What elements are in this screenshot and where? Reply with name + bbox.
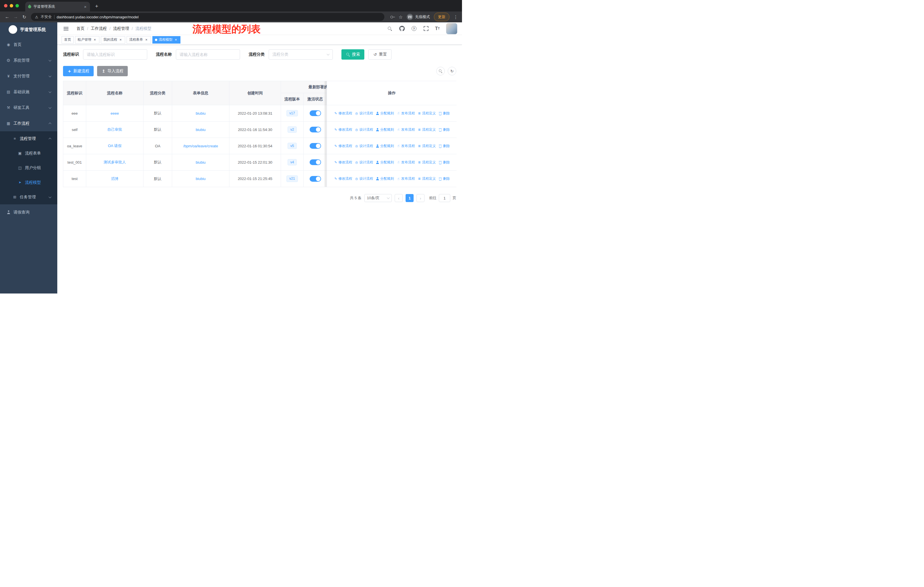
active-toggle[interactable] [310, 159, 321, 165]
sidebar-item-payment[interactable]: 支付管理 [0, 68, 57, 84]
process-name-link[interactable]: eeee [111, 111, 119, 116]
category-select[interactable]: 流程分类 [269, 49, 333, 60]
process-id-input[interactable] [83, 49, 147, 60]
version-badge[interactable]: v17 [286, 110, 298, 116]
address-bar[interactable]: ⚠ 不安全 dashboard.yudao.iocoder.cn/bpm/man… [31, 13, 384, 21]
action-assign-link[interactable]: 分配规则 [376, 160, 394, 165]
breadcrumb-item[interactable]: 流程管理 [113, 26, 129, 31]
tab-close-icon[interactable]: × [83, 4, 87, 10]
github-icon[interactable] [399, 26, 405, 31]
action-delete-link[interactable]: 删除 [439, 160, 450, 165]
fullscreen-icon[interactable] [423, 26, 429, 31]
close-window-button[interactable] [4, 4, 7, 7]
action-definition-link[interactable]: 流程定义 [417, 127, 436, 132]
sidebar-item-home[interactable]: 首页 [0, 37, 57, 53]
back-button[interactable]: ← [3, 14, 12, 20]
form-link[interactable]: biubiu [196, 111, 206, 116]
action-assign-link[interactable]: 分配规则 [376, 127, 394, 132]
form-link[interactable]: biubiu [196, 127, 206, 132]
action-modify-link[interactable]: 修改流程 [334, 144, 352, 149]
active-toggle[interactable] [310, 127, 321, 132]
bookmark-star-icon[interactable]: ☆ [399, 14, 403, 20]
tab-process-form[interactable]: 流程表单× [127, 36, 151, 43]
action-publish-link[interactable]: 发布流程 [397, 144, 415, 149]
active-toggle[interactable] [310, 176, 321, 182]
refresh-button[interactable]: ↻ [448, 67, 456, 75]
action-delete-link[interactable]: 删除 [439, 127, 450, 132]
breadcrumb-item[interactable]: 首页 [76, 26, 84, 31]
tab-tenant-management[interactable]: 租户管理× [75, 36, 99, 43]
action-definition-link[interactable]: 流程定义 [417, 176, 436, 181]
action-assign-link[interactable]: 分配规则 [376, 144, 394, 149]
action-modify-link[interactable]: 修改流程 [334, 176, 352, 181]
chrome-update-button[interactable]: 更新 [434, 13, 449, 21]
close-icon[interactable]: × [93, 38, 97, 42]
goto-page-input[interactable] [439, 194, 450, 202]
action-design-link[interactable]: 设计流程 [355, 176, 373, 181]
sidebar-item-user-group[interactable]: 用户分组 [0, 160, 57, 175]
action-publish-link[interactable]: 发布流程 [397, 111, 415, 116]
version-badge[interactable]: v21 [286, 175, 298, 182]
browser-tab[interactable]: 芋道管理系统 × [25, 2, 90, 12]
action-delete-link[interactable]: 删除 [439, 144, 450, 149]
process-name-link[interactable]: 测试多审批人 [104, 160, 126, 164]
sidebar-item-process-form[interactable]: 流程表单 [0, 146, 57, 160]
close-icon[interactable]: × [174, 38, 178, 42]
user-avatar[interactable] [446, 23, 457, 35]
search-button[interactable]: 搜索 [342, 49, 364, 60]
help-icon[interactable]: ? [411, 26, 417, 31]
version-badge[interactable]: v2 [287, 126, 297, 133]
sidebar-item-leave-query[interactable]: 请假查询 [0, 204, 57, 220]
action-definition-link[interactable]: 流程定义 [417, 160, 436, 165]
action-definition-link[interactable]: 流程定义 [417, 111, 436, 116]
tab-process-model[interactable]: 流程模型× [152, 36, 180, 43]
process-name-link[interactable]: 自己审批 [107, 127, 122, 132]
process-name-link[interactable]: 滔博 [111, 177, 119, 181]
sidebar-item-process-management[interactable]: 流程管理 [0, 131, 57, 146]
password-key-icon[interactable] [390, 15, 395, 19]
action-design-link[interactable]: 设计流程 [355, 144, 373, 149]
action-design-link[interactable]: 设计流程 [355, 127, 373, 132]
action-publish-link[interactable]: 发布流程 [397, 127, 415, 132]
prev-page-button[interactable]: ‹ [395, 194, 403, 202]
action-publish-link[interactable]: 发布流程 [397, 176, 415, 181]
form-link[interactable]: biubiu [196, 160, 206, 165]
font-size-icon[interactable]: TT [435, 26, 440, 31]
create-process-button[interactable]: 新建流程 [63, 66, 94, 76]
page-size-select[interactable]: 10条/页 [364, 194, 392, 202]
collapse-sidebar-icon[interactable] [64, 28, 68, 29]
action-delete-link[interactable]: 删除 [439, 111, 450, 116]
action-publish-link[interactable]: 发布流程 [397, 160, 415, 165]
version-badge[interactable]: v4 [287, 159, 297, 165]
zoom-window-button[interactable] [15, 4, 19, 7]
forward-button[interactable]: → [12, 14, 20, 20]
toggle-search-button[interactable] [436, 67, 445, 75]
action-modify-link[interactable]: 修改流程 [334, 160, 352, 165]
action-assign-link[interactable]: 分配规则 [376, 176, 394, 181]
reload-button[interactable]: ↻ [20, 14, 29, 20]
form-link[interactable]: /bpm/oa/leave/create [183, 144, 218, 148]
search-icon[interactable] [387, 26, 393, 31]
sidebar-item-task-management[interactable]: 任务管理 [0, 190, 57, 204]
browser-menu-icon[interactable]: ⋮ [452, 14, 459, 20]
tab-home[interactable]: 首页 [61, 36, 74, 43]
sidebar-item-infrastructure[interactable]: 基础设施 [0, 84, 57, 100]
action-definition-link[interactable]: 流程定义 [417, 144, 436, 149]
import-process-button[interactable]: 导入流程 [97, 66, 128, 76]
process-name-input[interactable] [176, 49, 240, 60]
action-assign-link[interactable]: 分配规则 [376, 111, 394, 116]
action-modify-link[interactable]: 修改流程 [334, 111, 352, 116]
action-delete-link[interactable]: 删除 [439, 176, 450, 181]
new-tab-button[interactable]: + [93, 3, 100, 10]
sidebar-item-devtools[interactable]: 研发工具 [0, 100, 57, 116]
breadcrumb-item[interactable]: 工作流程 [91, 26, 107, 31]
active-toggle[interactable] [310, 110, 321, 116]
action-design-link[interactable]: 设计流程 [355, 111, 373, 116]
action-modify-link[interactable]: 修改流程 [334, 127, 352, 132]
process-name-link[interactable]: OA 请假 [108, 144, 122, 148]
action-design-link[interactable]: 设计流程 [355, 160, 373, 165]
next-page-button[interactable]: › [416, 194, 424, 202]
sidebar-item-process-model[interactable]: 流程模型 [0, 175, 57, 190]
close-icon[interactable]: × [119, 38, 122, 42]
sidebar-item-system[interactable]: 系统管理 [0, 53, 57, 68]
